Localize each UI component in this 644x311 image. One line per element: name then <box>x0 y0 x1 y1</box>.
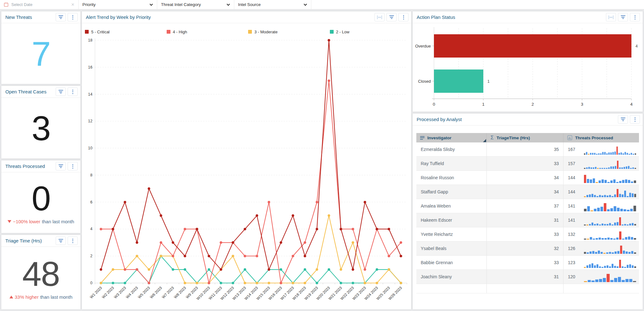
calendar-icon <box>4 2 8 7</box>
threats-processed-cell: 123 <box>564 256 639 269</box>
column-header-triage-time[interactable]: Σ TriageTime (Hrs) <box>487 133 564 142</box>
filter-button[interactable] <box>56 87 66 96</box>
kebab-icon <box>635 117 636 122</box>
threats-processed-cell: 126 <box>564 242 639 255</box>
filter-button[interactable] <box>56 236 66 245</box>
table-row[interactable]: Babbie Grennan33123 <box>416 256 639 270</box>
delta-change: −100% lower <box>13 219 40 224</box>
action-plan-status-card: Action Plan Status Overdue4Closed101234 <box>413 11 643 112</box>
down-triangle-icon <box>8 220 11 223</box>
column-header-investigator[interactable]: Investigator <box>416 133 487 142</box>
fit-width-button[interactable] <box>375 13 385 21</box>
svg-text:Overdue: Overdue <box>415 44 431 48</box>
investigator-cell: Rosaline Russon <box>416 171 487 185</box>
threats-sparkline <box>584 216 636 226</box>
table-row[interactable]: Joachim Sleany31120 <box>416 270 639 284</box>
threats-count: 144 <box>568 175 580 180</box>
table-row[interactable]: Staffard Gapp34144 <box>416 185 639 199</box>
svg-text:10: 10 <box>88 146 92 150</box>
kpi-delta: 33% higher than last month <box>9 294 72 300</box>
investigator-cell: Amalea Weben <box>416 199 487 213</box>
table-row[interactable]: Ray Tuffield33157 <box>416 157 639 171</box>
legend-item[interactable]: 3 - Moderate <box>248 28 330 36</box>
filter-button[interactable] <box>618 13 628 21</box>
date-input[interactable]: Select Date <box>11 2 71 7</box>
table-row[interactable]: Yvette Reichartz33132 <box>416 227 639 242</box>
filter-icon <box>58 164 63 168</box>
threats-processed-cell: 167 <box>564 142 639 156</box>
svg-text:1: 1 <box>482 102 485 107</box>
legend-item[interactable]: 2 - Low <box>330 28 412 36</box>
menu-button[interactable] <box>68 87 78 96</box>
table-body: Ezmeralda Slisby35167Ray Tuffield33157Ro… <box>416 142 639 293</box>
legend-item[interactable]: 4 - High <box>167 28 248 36</box>
legend-swatch-icon <box>248 30 252 34</box>
threats-processed-cell: 157 <box>564 157 639 170</box>
menu-button[interactable] <box>398 13 408 21</box>
analyst-table: Investigator Σ TriageTime (Hrs) Threats … <box>416 133 639 293</box>
filter-button[interactable] <box>386 13 397 21</box>
alert-trend-card: Alert Trend by Week by Priority 5 - Crit… <box>82 11 411 309</box>
threats-count: 132 <box>568 232 580 237</box>
column-label: TriageTime (Hrs) <box>497 136 530 140</box>
card-title: Threats Processed <box>5 164 45 169</box>
threat-intel-category-dropdown[interactable]: Threat Intel Category <box>157 0 234 9</box>
filter-button[interactable] <box>56 13 66 21</box>
threats-sparkline <box>584 259 636 268</box>
filter-button[interactable] <box>56 162 66 170</box>
threats-sparkline <box>584 273 636 282</box>
menu-button[interactable] <box>68 13 78 21</box>
svg-text:W4 2023: W4 2023 <box>125 286 139 299</box>
intel-source-dropdown[interactable]: Intel Source <box>234 0 311 9</box>
card-title: Alert Trend by Week by Priority <box>86 14 151 20</box>
investigator-cell: Ysabel Beals <box>416 242 487 255</box>
processed-by-analyst-card: Processed by Analyst Investigator Σ Tria… <box>413 114 643 309</box>
chart-legend: 5 - Critical4 - High3 - Moderate2 - Low <box>82 28 411 36</box>
triage-time-cell: 33 <box>487 227 564 241</box>
filter-icon <box>58 15 63 19</box>
text-lines-icon <box>420 136 425 140</box>
chevron-down-icon <box>226 3 230 6</box>
legend-label: 3 - Moderate <box>254 30 278 34</box>
kpi-value: 7 <box>31 36 50 71</box>
fit-width-button[interactable] <box>606 13 616 21</box>
investigator-cell: Ezmeralda Slisby <box>416 142 487 156</box>
svg-text:W6 2023: W6 2023 <box>149 286 163 299</box>
menu-button[interactable] <box>68 162 78 170</box>
svg-text:8: 8 <box>90 173 92 177</box>
investigator-cell: Ray Tuffield <box>416 157 487 170</box>
menu-button[interactable] <box>630 13 640 21</box>
table-row[interactable]: Hakeem Edscer31141 <box>416 213 639 227</box>
threats-count: 120 <box>568 274 580 279</box>
svg-text:12: 12 <box>88 119 92 123</box>
menu-button[interactable] <box>630 115 640 124</box>
svg-text:6: 6 <box>90 200 92 204</box>
threats-processed-cell: 132 <box>564 227 639 241</box>
table-row[interactable]: Ysabel Beals32126 <box>416 242 639 256</box>
table-row[interactable]: Amalea Weben37141 <box>416 199 639 213</box>
sort-indicator-icon <box>483 139 486 142</box>
menu-button[interactable] <box>68 236 78 245</box>
kpi-delta: −100% lower than last month <box>8 219 74 224</box>
table-header-row: Investigator Σ TriageTime (Hrs) Threats … <box>416 133 639 142</box>
fit-width-icon <box>608 15 614 19</box>
table-row[interactable]: Ezmeralda Slisby35167 <box>416 142 639 157</box>
action-plan-bar-chart[interactable]: Overdue4Closed101234 <box>413 23 643 111</box>
threats-sparkline <box>584 146 636 155</box>
legend-item[interactable]: 5 - Critical <box>85 28 167 36</box>
legend-label: 2 - Low <box>336 30 350 34</box>
date-filter[interactable]: Select Date ✕ <box>0 0 79 9</box>
kebab-icon <box>72 90 73 94</box>
table-row[interactable]: Rosaline Russon34144 <box>416 171 639 185</box>
clear-icon[interactable]: ✕ <box>71 2 75 7</box>
priority-dropdown[interactable]: Priority <box>79 0 157 9</box>
kebab-icon <box>403 15 404 19</box>
threats-processed-cell: 141 <box>564 199 639 213</box>
alert-trend-line-chart[interactable]: 024681012141618W1 2023W2 2023W3 2023W4 2… <box>82 36 411 309</box>
filter-button[interactable] <box>618 115 628 124</box>
filter-icon <box>621 15 625 19</box>
svg-text:18: 18 <box>88 38 92 42</box>
triage-time-cell: 35 <box>487 142 564 156</box>
legend-label: 4 - High <box>173 30 187 34</box>
column-header-threats-processed[interactable]: Threats Processed <box>564 133 639 142</box>
